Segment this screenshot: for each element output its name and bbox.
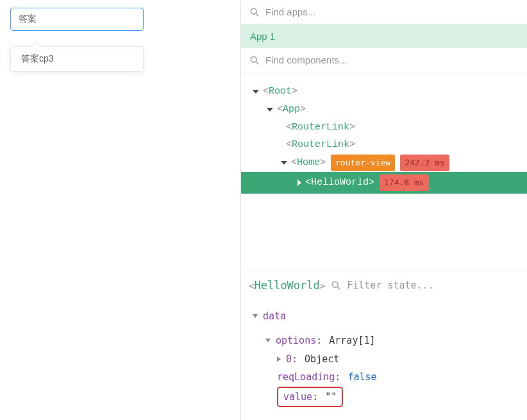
search-icon [331, 281, 340, 290]
selected-component-name: <HelloWorld> [249, 279, 325, 292]
devtools-panel: Find apps... App 1 Find components... <R… [241, 0, 527, 420]
dropdown-option[interactable]: 答案cp3 [11, 47, 143, 71]
tree-node-label: RouterLink [292, 119, 349, 137]
svg-point-0 [251, 8, 256, 14]
svg-line-1 [256, 13, 258, 16]
chevron-down-icon [253, 314, 258, 318]
tree-node-routerlink-2[interactable]: <RouterLink> [247, 136, 521, 154]
state-section-data[interactable]: data [250, 307, 518, 326]
svg-point-2 [251, 56, 256, 62]
state-value: "" [325, 388, 337, 407]
find-components-row[interactable]: Find components... [241, 48, 527, 72]
select-input[interactable]: 答案 [10, 8, 144, 31]
state-value: Object [305, 350, 339, 369]
chevron-down-icon [265, 339, 271, 342]
state-key: 0 [286, 350, 292, 369]
chevron-down-icon [253, 90, 259, 94]
tree-node-home[interactable]: <Home> router-view 242.2 ms [247, 154, 521, 172]
state-header: <HelloWorld> Filter state... [241, 271, 527, 299]
find-apps-row[interactable]: Find apps... [241, 0, 527, 24]
chevron-down-icon [267, 108, 273, 112]
tree-node-helloworld[interactable]: <HelloWorld> 174.8 ms [241, 172, 527, 194]
state-key: options [276, 332, 316, 350]
state-value: false [347, 368, 376, 387]
tree-node-label: Root [269, 83, 292, 101]
select-value: 答案 [19, 13, 37, 25]
app-label: App 1 [250, 31, 275, 42]
tree-node-label: RouterLink [292, 136, 349, 154]
tree-node-label: App [283, 101, 300, 119]
find-components-placeholder: Find components... [265, 55, 347, 65]
state-prop-options-0[interactable]: 0: Object [250, 350, 518, 369]
chevron-down-icon [281, 161, 287, 165]
svg-point-4 [333, 281, 339, 287]
tree-node-routerlink-1[interactable]: <RouterLink> [247, 119, 521, 137]
chevron-right-icon [277, 357, 281, 362]
app-list-item[interactable]: App 1 [241, 24, 527, 48]
timing-badge: 174.8 ms [380, 174, 429, 191]
filter-state-placeholder[interactable]: Filter state... [347, 280, 433, 291]
tree-node-root[interactable]: <Root> [247, 83, 521, 101]
tree-node-label: HelloWorld [311, 174, 369, 192]
find-apps-placeholder: Find apps... [265, 6, 315, 17]
dropdown-option-label: 答案cp3 [21, 53, 54, 63]
state-section-label: data [263, 307, 286, 326]
state-key: value [283, 388, 312, 407]
highlighted-value-box: value: "" [277, 387, 343, 408]
svg-line-3 [256, 62, 258, 64]
timing-badge: 242.2 ms [400, 155, 449, 171]
svg-line-5 [337, 287, 340, 289]
component-tree: <Root> <App> <RouterLink> <RouterLink> <… [241, 72, 527, 206]
search-icon [250, 56, 259, 65]
app-preview-panel: 答案 答案cp3 [0, 0, 240, 420]
state-prop-options[interactable]: options: Array[1] [250, 332, 518, 350]
search-icon [250, 8, 259, 17]
tree-spacer [241, 206, 527, 271]
tree-node-app[interactable]: <App> [247, 101, 521, 119]
state-prop-reqloading[interactable]: reqLoading: false [250, 368, 518, 387]
tree-node-label: Home [297, 154, 320, 172]
state-key: reqLoading [277, 368, 335, 387]
state-inspector: data options: Array[1] 0: Object reqLoad… [241, 299, 527, 421]
select-dropdown: 答案cp3 [10, 46, 144, 72]
state-value: Array[1] [329, 332, 375, 350]
router-view-badge: router-view [331, 155, 395, 171]
chevron-right-icon [297, 180, 301, 186]
state-prop-value[interactable]: value: "" [250, 387, 518, 408]
